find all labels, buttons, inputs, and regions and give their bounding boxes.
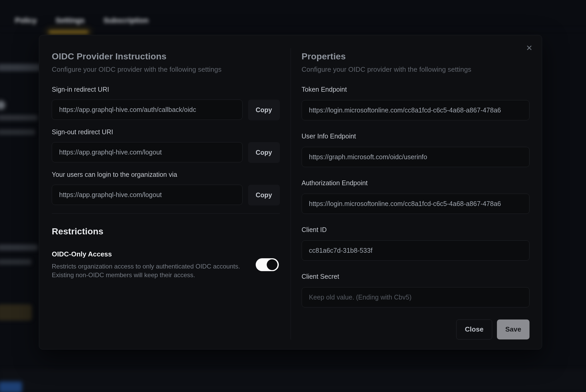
blurred-background-fragment bbox=[0, 129, 35, 135]
column-divider bbox=[291, 48, 291, 339]
blurred-background-fragment bbox=[0, 259, 32, 265]
copy-sign-in-uri-button[interactable]: Copy bbox=[248, 100, 280, 120]
authorization-endpoint-label: Authorization Endpoint bbox=[302, 179, 530, 187]
authorization-endpoint-group: Authorization Endpoint bbox=[302, 179, 530, 214]
oidc-instructions-column: OIDC Provider Instructions Configure you… bbox=[52, 48, 280, 339]
tabs: Policy Settings Subscription bbox=[15, 16, 148, 25]
tab-bar bbox=[0, 0, 586, 29]
copy-sign-out-uri-button[interactable]: Copy bbox=[248, 142, 280, 163]
restrictions-divider bbox=[52, 213, 280, 214]
blurred-background-fragment bbox=[0, 64, 40, 71]
organization-login-uri-label: Your users can login to the organization… bbox=[52, 171, 280, 178]
sign-in-redirect-uri-label: Sign-in redirect URI bbox=[52, 86, 280, 93]
blurred-background-fragment bbox=[0, 101, 5, 110]
token-endpoint-label: Token Endpoint bbox=[302, 86, 530, 93]
save-button[interactable]: Save bbox=[497, 319, 530, 339]
instructions-title: OIDC Provider Instructions bbox=[52, 51, 280, 62]
instructions-subtitle: Configure your OIDC provider with the fo… bbox=[52, 65, 280, 74]
token-endpoint-input[interactable] bbox=[302, 100, 530, 120]
client-id-input[interactable] bbox=[302, 240, 530, 261]
close-button[interactable]: Close bbox=[456, 319, 492, 339]
properties-title: Properties bbox=[302, 51, 530, 62]
oidc-only-access-text: OIDC-Only Access Restricts organization … bbox=[52, 250, 256, 279]
oidc-only-access-description: Restricts organization access to only au… bbox=[52, 262, 256, 279]
sign-out-redirect-uri-label: Sign-out redirect URI bbox=[52, 128, 280, 136]
close-icon[interactable]: ✕ bbox=[523, 42, 536, 54]
oidc-only-access-toggle[interactable] bbox=[256, 258, 279, 271]
oidc-only-access-label: OIDC-Only Access bbox=[52, 250, 256, 258]
blurred-background-fragment bbox=[0, 115, 38, 121]
user-info-endpoint-input[interactable] bbox=[302, 147, 530, 167]
token-endpoint-group: Token Endpoint bbox=[302, 86, 530, 120]
modal-footer: Close Save bbox=[302, 319, 530, 339]
blurred-background-button bbox=[0, 304, 32, 321]
organization-login-uri-input[interactable] bbox=[52, 185, 243, 205]
active-tab-underline bbox=[49, 31, 88, 33]
tab-settings[interactable]: Settings bbox=[55, 16, 84, 25]
copy-organization-login-uri-button[interactable]: Copy bbox=[248, 185, 280, 205]
blurred-background-fragment bbox=[0, 244, 38, 251]
sign-out-redirect-uri-input[interactable] bbox=[52, 142, 243, 162]
authorization-endpoint-input[interactable] bbox=[302, 194, 530, 214]
oidc-settings-modal: ✕ OIDC Provider Instructions Configure y… bbox=[39, 35, 542, 349]
client-secret-group: Client Secret bbox=[302, 273, 530, 307]
client-id-label: Client ID bbox=[302, 226, 530, 234]
restrictions-title: Restrictions bbox=[52, 226, 280, 236]
client-secret-label: Client Secret bbox=[302, 273, 530, 280]
sign-in-redirect-uri-row: Copy bbox=[52, 100, 280, 120]
sign-out-redirect-uri-row: Copy bbox=[52, 142, 280, 163]
properties-column: Properties Configure your OIDC provider … bbox=[302, 48, 530, 339]
toggle-knob bbox=[267, 259, 277, 270]
organization-login-uri-row: Copy bbox=[52, 185, 280, 205]
sign-in-redirect-uri-input[interactable] bbox=[52, 100, 243, 120]
properties-subtitle: Configure your OIDC provider with the fo… bbox=[302, 65, 530, 74]
tab-subscription[interactable]: Subscription bbox=[104, 16, 148, 25]
oidc-only-access-row: OIDC-Only Access Restricts organization … bbox=[52, 250, 280, 279]
blurred-bottom-band bbox=[0, 369, 586, 392]
user-info-endpoint-group: User Info Endpoint bbox=[302, 132, 530, 167]
client-secret-input[interactable] bbox=[302, 287, 530, 307]
tab-policy[interactable]: Policy bbox=[15, 16, 37, 25]
user-info-endpoint-label: User Info Endpoint bbox=[302, 132, 530, 140]
blurred-blue-fragment bbox=[0, 381, 22, 392]
client-id-group: Client ID bbox=[302, 226, 530, 261]
